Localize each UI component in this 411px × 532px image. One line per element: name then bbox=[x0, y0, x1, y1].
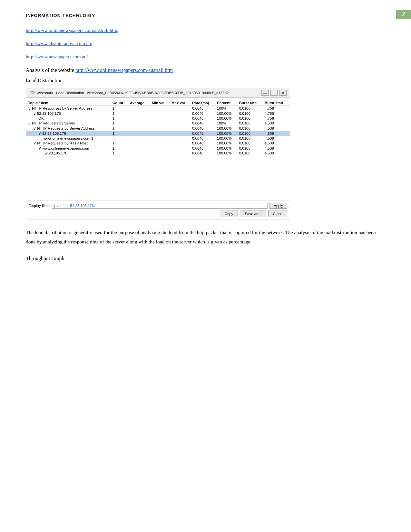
row-label: OK bbox=[26, 116, 111, 121]
table-row[interactable]: ∨ www.onlinenewspapers.com10.0046100.00%… bbox=[26, 146, 290, 151]
row-min_val bbox=[150, 126, 170, 131]
row-average bbox=[128, 106, 150, 111]
table-row[interactable]: ∨ HTTP Requests by Server10.0046100%0.01… bbox=[26, 121, 290, 126]
row-percent: 100.00% bbox=[215, 131, 237, 136]
row-count: 1 bbox=[111, 151, 128, 155]
row-label: 52.23.105.176 bbox=[26, 151, 111, 155]
row-rate_ms: 0.0046 bbox=[190, 151, 215, 155]
wireshark-title: Wireshark · Load Distribution · wireshar… bbox=[36, 91, 261, 95]
row-label: ∨ HTTP Requests by Server Address bbox=[26, 126, 111, 131]
section-title-text: Load Distribution bbox=[26, 78, 63, 83]
row-percent: 100.00% bbox=[215, 146, 237, 151]
col-burst-rate: Burst rate bbox=[237, 100, 263, 106]
row-min_val bbox=[150, 121, 170, 126]
link-1-line: http://www.onlinenewspapers.com/australi… bbox=[26, 28, 385, 33]
row-rate_ms: 0.0046 bbox=[190, 106, 215, 111]
col-rate: Rate (ms) bbox=[190, 100, 215, 106]
col-minval: Min val bbox=[150, 100, 170, 106]
col-percent: Percent bbox=[215, 100, 237, 106]
col-topic: Topic / Item bbox=[26, 100, 111, 106]
page-number: 2 bbox=[402, 11, 405, 17]
row-count: 1 bbox=[111, 146, 128, 151]
row-percent: 100% bbox=[215, 106, 237, 111]
empty-space bbox=[26, 155, 290, 201]
row-count: 1 bbox=[111, 141, 128, 146]
maximize-button[interactable]: □ bbox=[270, 90, 278, 96]
row-count bbox=[111, 136, 128, 141]
link-2-line: http://www.cbsinteractive.com.au, bbox=[26, 41, 385, 46]
row-burst_rate: 0.0100 bbox=[237, 146, 263, 151]
link-3[interactable]: http://www.newspapers.com.au/ bbox=[26, 54, 88, 59]
row-min_val bbox=[150, 106, 170, 111]
row-average bbox=[128, 116, 150, 121]
row-min_val bbox=[150, 116, 170, 121]
row-burst_rate: 0.0100 bbox=[237, 106, 263, 111]
row-burst_start: 4.539 bbox=[263, 131, 290, 136]
row-rate_ms: 0.0046 bbox=[190, 126, 215, 131]
filter-input[interactable] bbox=[52, 203, 268, 209]
row-burst_rate: 0.0100 bbox=[237, 136, 263, 141]
document-header: INFORMATION TECHNLOIGY bbox=[26, 13, 385, 18]
link-2[interactable]: http://www.cbsinteractive.com.au bbox=[26, 41, 91, 46]
row-burst_start: 4.539 bbox=[263, 151, 290, 155]
row-label: www.onlinenewspapers.com 1 bbox=[26, 136, 111, 141]
row-max_val bbox=[170, 121, 190, 126]
row-burst_rate: 0.0100 bbox=[237, 111, 263, 116]
throughput-title-text: Throughput Graph bbox=[26, 256, 64, 261]
page: 2 INFORMATION TECHNLOIGY http://www.onli… bbox=[0, 0, 411, 532]
row-burst_rate: 0.0100 bbox=[237, 121, 263, 126]
row-percent: 100.00% bbox=[215, 116, 237, 121]
row-min_val bbox=[150, 136, 170, 141]
row-average bbox=[128, 136, 150, 141]
link-2-suffix: , bbox=[91, 41, 92, 46]
link-1[interactable]: http://www.onlinenewspapers.com/australi… bbox=[26, 28, 117, 33]
row-min_val bbox=[150, 141, 170, 146]
wireshark-body: Topic / Item Count Average Min val Max v… bbox=[26, 98, 290, 201]
row-burst_start: 4.539 bbox=[263, 146, 290, 151]
row-count: 1 bbox=[111, 121, 128, 126]
row-rate_ms: 0.0046 bbox=[190, 131, 215, 136]
row-rate_ms: 0.0046 bbox=[190, 121, 215, 126]
table-row[interactable]: OK10.0046100.00%0.01004.756 bbox=[26, 116, 290, 121]
minimize-button[interactable]: — bbox=[261, 90, 269, 96]
row-max_val bbox=[170, 141, 190, 146]
analysis-link[interactable]: http://www.onlinenewspapers.com/australi… bbox=[75, 67, 173, 73]
row-burst_rate: 0.0100 bbox=[237, 126, 263, 131]
table-row[interactable]: ∨ HTTP Responses by Server Address10.004… bbox=[26, 106, 290, 111]
row-count: 1 bbox=[111, 106, 128, 111]
table-row[interactable]: www.onlinenewspapers.com 10.0046100.00%0… bbox=[26, 136, 290, 141]
row-percent: 100.00% bbox=[215, 111, 237, 116]
row-average bbox=[128, 111, 150, 116]
row-max_val bbox=[170, 146, 190, 151]
row-burst_rate: 0.0100 bbox=[237, 151, 263, 155]
close-window-button[interactable]: × bbox=[279, 90, 287, 96]
table-row[interactable]: ∨ 52.23.105.17610.0046100.00%0.01004.539 bbox=[26, 131, 290, 136]
row-percent: 100.00% bbox=[215, 141, 237, 146]
table-row[interactable]: ∨ 52.23.105.17610.0046100.00%0.01004.756 bbox=[26, 111, 290, 116]
close-button[interactable]: Close bbox=[268, 211, 287, 217]
row-count: 1 bbox=[111, 111, 128, 116]
apply-button[interactable]: Apply bbox=[269, 203, 287, 209]
wireshark-icon: 🦈 bbox=[29, 90, 35, 95]
row-min_val bbox=[150, 131, 170, 136]
col-average: Average bbox=[128, 100, 150, 106]
row-count: 1 bbox=[111, 116, 128, 121]
table-row[interactable]: ∨ HTTP Requests by HTTP Host10.0046100.0… bbox=[26, 141, 290, 146]
row-rate_ms: 0.0046 bbox=[190, 136, 215, 141]
link-3-line: http://www.newspapers.com.au/ bbox=[26, 54, 385, 60]
wireshark-footer: Display filter: Apply Copy Save as... Cl… bbox=[26, 201, 290, 220]
copy-button[interactable]: Copy bbox=[220, 211, 238, 217]
row-rate_ms: 0.0046 bbox=[190, 141, 215, 146]
row-label: ∨ 52.23.105.176 bbox=[26, 131, 111, 136]
row-percent: 100% bbox=[215, 121, 237, 126]
link-1-suffix: , bbox=[117, 28, 119, 33]
col-maxval: Max val bbox=[170, 100, 190, 106]
row-min_val bbox=[150, 151, 170, 155]
save-as-button[interactable]: Save as... bbox=[240, 211, 266, 217]
row-label: ∨ www.onlinenewspapers.com bbox=[26, 146, 111, 151]
table-row[interactable]: ∨ HTTP Requests by Server Address10.0046… bbox=[26, 126, 290, 131]
table-row[interactable]: 52.23.105.17610.0046100.00%0.01004.539 bbox=[26, 151, 290, 155]
row-percent: 100.00% bbox=[215, 126, 237, 131]
row-min_val bbox=[150, 146, 170, 151]
row-burst_start: 4.756 bbox=[263, 116, 290, 121]
